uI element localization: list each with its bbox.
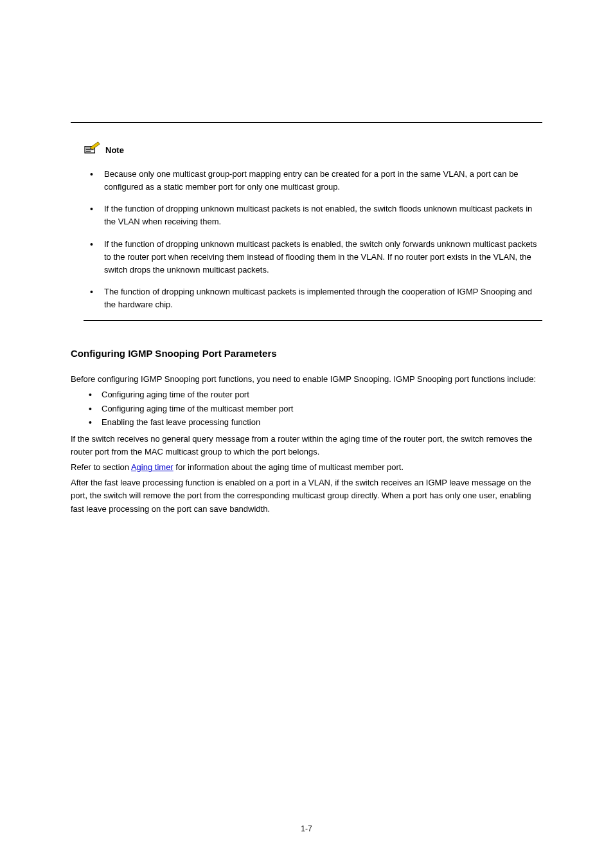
- list-item: The function of dropping unknown multica…: [86, 285, 542, 311]
- section-body: Configuring IGMP Snooping Port Parameter…: [71, 348, 542, 515]
- body-paragraph: If the switch receives no general query …: [71, 433, 542, 458]
- feature-list: Configuring aging time of the router por…: [85, 388, 542, 428]
- list-item: Configuring aging time of the multicast …: [85, 402, 542, 415]
- divider-bottom: [84, 320, 542, 321]
- note-callout: Note Because only one multicast group-po…: [84, 141, 542, 311]
- link-suffix: for information about the aging time of …: [173, 462, 404, 472]
- page-number: 1-7: [0, 824, 613, 833]
- note-icon: [84, 141, 102, 159]
- xref-link[interactable]: Aging timer: [131, 462, 173, 472]
- body-paragraph: Refer to section Aging timer for informa…: [71, 461, 542, 474]
- list-item: Because only one multicast group-port ma…: [86, 168, 542, 194]
- body-paragraph: After the fast leave processing function…: [71, 476, 542, 515]
- link-prefix: Refer to section: [71, 462, 131, 472]
- intro-paragraph: Before configuring IGMP Snooping port fu…: [71, 373, 542, 386]
- note-header: Note: [84, 141, 542, 159]
- list-item: Configuring aging time of the router por…: [85, 388, 542, 401]
- divider-top: [71, 122, 542, 123]
- list-item: If the function of dropping unknown mult…: [86, 203, 542, 228]
- list-item: Enabling the fast leave processing funct…: [85, 416, 542, 429]
- note-label: Note: [105, 145, 124, 155]
- section-heading: Configuring IGMP Snooping Port Parameter…: [71, 348, 542, 359]
- note-list: Because only one multicast group-port ma…: [86, 168, 542, 311]
- list-item: If the function of dropping unknown mult…: [86, 238, 542, 276]
